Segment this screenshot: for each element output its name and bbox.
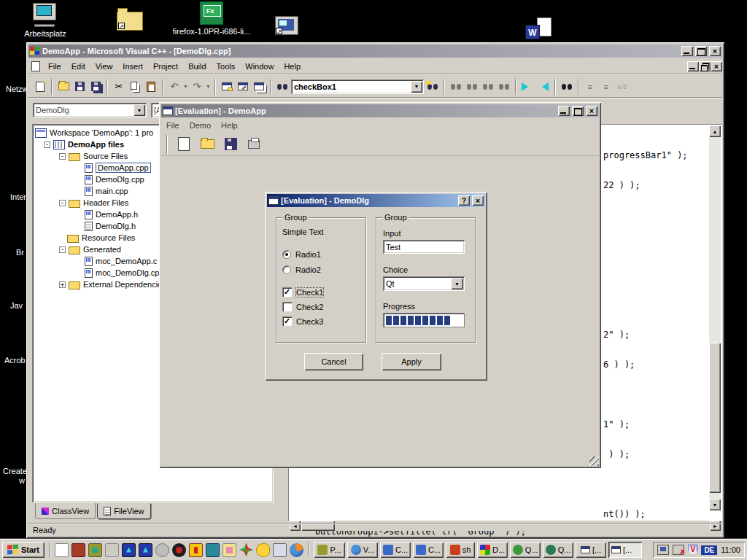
desktop-label-browser[interactable]: Br [16,248,24,257]
eval-maximize-button[interactable] [572,106,584,116]
ql-kill-icon[interactable] [239,543,253,557]
menu-tools[interactable]: Tools [212,61,241,72]
scroll-down-icon[interactable]: ▼ [709,499,721,510]
windows-cascade-button[interactable] [252,79,266,94]
antivirus-shield-icon[interactable]: V [688,545,697,556]
cancel-button[interactable]: Cancel [304,353,363,370]
ql-ie-icon[interactable] [155,543,169,557]
find-combo[interactable]: checkBox1 ▼ [291,79,424,94]
search-wizard-button[interactable] [425,79,440,94]
open-button[interactable] [56,79,71,94]
mdi-minimize-button[interactable] [687,61,699,71]
checkbox-checked-icon[interactable]: ✓ [282,316,292,326]
eval-menu-file[interactable]: File [161,120,185,131]
paste-button[interactable] [144,79,158,94]
ql-clock-icon[interactable] [88,543,102,557]
desktop-label-acrobat[interactable]: Acrob [4,356,26,365]
desktop-label-create2[interactable]: w [19,476,25,485]
desktop-icon-folder[interactable]: ↗ [117,12,144,35]
ql-wine-icon[interactable] [189,543,203,557]
dialog-close-button[interactable]: × [472,195,484,206]
desktop-icon-firefox-archive[interactable]: Fx firefox-1.0PR-i686-li... [168,1,255,36]
desktop-label-netzwerk[interactable]: Netzw [6,85,28,93]
ql-firefox-icon[interactable] [290,543,303,557]
copy-button[interactable] [128,79,142,94]
menu-help[interactable]: Help [279,61,306,72]
ql-terminal-icon[interactable] [206,543,220,557]
bookmark-button-1[interactable] [449,79,463,94]
bookmark-button-2[interactable] [465,79,479,94]
cut-button[interactable]: ✂ [112,79,126,94]
radio-off-icon[interactable] [282,265,291,274]
dialog-titlebar[interactable]: [Evaluation] - DemoDlg ? × [267,194,485,207]
find-combo-dropdown-button[interactable]: ▼ [411,81,422,93]
taskbar-button-10-active[interactable]: [... [608,542,642,558]
menu-view[interactable]: View [90,61,118,72]
checkbox-checked-icon[interactable]: ✓ [282,287,292,297]
redo-dropdown-icon[interactable]: ▼ [206,83,211,90]
ql-fish-icon[interactable] [256,543,270,557]
network-computers-icon[interactable] [657,545,669,555]
ql-gimp-icon[interactable] [71,543,85,557]
menu-file[interactable]: File [43,61,66,72]
eval-menu-help[interactable]: Help [216,120,243,131]
taskbar-button-4[interactable]: C... [413,542,444,558]
offline-computer-icon[interactable]: ✗ [673,545,684,555]
workspace-pane-button[interactable] [220,79,234,94]
taskbar-button-8[interactable]: Q... [543,542,573,558]
desktop-icon-my-computer[interactable]: Arbeitsplatz [22,3,69,38]
minimize-button[interactable] [681,46,693,56]
eval-resize-grip[interactable] [589,456,599,466]
menu-insert[interactable]: Insert [117,61,148,72]
eval-menu-demo[interactable]: Demo [185,120,216,131]
menu-window[interactable]: Window [240,61,279,72]
eval-minimize-button[interactable] [558,106,570,116]
save-all-button[interactable] [88,79,103,94]
eval-close-button[interactable]: × [586,106,597,116]
code-right-column[interactable]: progressBar1" ); 22 ) ); 2" ); 6 ) ); 1"… [603,131,705,560]
bookmark-button-3[interactable] [481,79,495,94]
eval-titlebar[interactable]: [Evaluation] - DemoApp × [161,104,599,117]
ql-editor-icon[interactable] [55,543,69,557]
taskbar-button-3[interactable]: C... [380,542,411,558]
ab-compare-button[interactable]: a-b [615,79,630,94]
desktop-label-java[interactable]: Jav [10,301,23,310]
desktop-label-internet[interactable]: Inter [10,192,26,201]
eval-save-button[interactable] [221,135,240,154]
tray-clock[interactable]: 11:00 [721,545,740,554]
eval-open-button[interactable] [198,135,217,154]
choice-combobox[interactable]: Qt ▼ [383,276,465,291]
taskbar-button-6[interactable]: D... [477,542,508,558]
checkbox-check1[interactable]: ✓ Check1 [282,287,323,297]
help-button[interactable]: ? [458,195,470,206]
class-combo[interactable]: DemoDlg ▼ [33,103,147,117]
mdi-restore-button[interactable] [699,61,711,71]
next-reference-button[interactable] [520,79,535,94]
checkbox-check2[interactable]: Check2 [282,302,323,311]
radio-radio2[interactable]: Radio2 [282,265,321,274]
taskbar-button-2[interactable]: V... [347,542,378,558]
taskbar-button-1[interactable]: P... [314,542,345,558]
taskbar-button-7[interactable]: Q... [510,542,541,558]
find-in-files-button[interactable] [560,79,574,94]
bookmark-button-4[interactable] [497,79,511,94]
expand-icon[interactable]: + [59,281,66,288]
checkbox-unchecked-icon[interactable] [282,302,292,311]
outdent-button[interactable]: ≡ [599,79,614,94]
desktop-icon-display[interactable]: ↗ [275,16,301,39]
scroll-up-icon[interactable]: ▲ [709,125,721,137]
collapse-icon[interactable]: - [44,141,50,148]
ql-kde-icon[interactable] [122,543,136,557]
menu-build[interactable]: Build [183,61,211,72]
radio-radio1[interactable]: Radio1 [282,250,321,259]
ql-organizer-icon[interactable] [273,543,287,557]
undo-button[interactable]: ↶ [167,79,182,94]
collapse-icon[interactable]: - [59,153,66,160]
prev-reference-button[interactable] [536,79,551,94]
ql-kde2-icon[interactable] [139,543,152,557]
ql-paint-icon[interactable] [222,543,236,557]
start-button[interactable]: Start [2,542,44,558]
save-button[interactable] [72,79,87,94]
tab-classview[interactable]: ClassView [35,503,96,519]
indent-button[interactable]: ≡ [583,79,597,94]
